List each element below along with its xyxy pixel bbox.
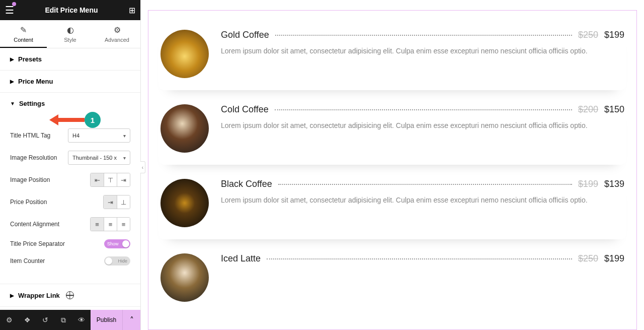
- counter-toggle[interactable]: Hide: [104, 256, 130, 266]
- caret-right-icon: ▶: [10, 56, 14, 62]
- panel-tabs: ✎ Content ◐ Style ⚙ Advanced: [0, 20, 140, 48]
- section-label: Price Menu: [18, 78, 53, 85]
- menu-item: Cold Coffee $200 $150 Lorem ipsum dolor …: [158, 100, 626, 165]
- item-image: [160, 30, 209, 78]
- section-presets[interactable]: ▶ Presets: [0, 48, 140, 71]
- item-description: Lorem ipsum dolor sit amet, consectetur …: [221, 45, 603, 56]
- settings-icon[interactable]: ⚙: [0, 316, 18, 324]
- menu-icon[interactable]: ☰: [5, 4, 14, 16]
- publish-options-button[interactable]: ˄: [122, 310, 140, 330]
- tab-label: Content: [14, 37, 33, 43]
- dotted-separator: [275, 35, 572, 36]
- preview-canvas: Gold Coffee $250 $199 Lorem ipsum dolor …: [141, 0, 644, 330]
- publish-button[interactable]: Publish: [91, 310, 122, 330]
- tab-label: Advanced: [105, 37, 129, 43]
- new-price: $199: [604, 253, 624, 264]
- old-price: $199: [578, 179, 598, 189]
- bottom-bar: ⚙ ❖ ↺ ⧉ 👁 Publish ˄: [0, 310, 140, 330]
- tab-label: Style: [64, 37, 76, 43]
- dotted-separator: [267, 258, 572, 259]
- responsive-icon[interactable]: ⧉: [54, 316, 72, 324]
- caret-right-icon: ▶: [10, 79, 14, 84]
- title-tag-select[interactable]: H4 ▾: [68, 128, 130, 143]
- menu-item: Black Coffee $199 $139 Lorem ipsum dolor…: [158, 175, 626, 239]
- select-value: Thumbnail - 150 x: [72, 155, 117, 161]
- item-title: Gold Coffee: [221, 30, 269, 40]
- new-price: $199: [604, 30, 624, 40]
- sidebar-header: ☰ Edit Price Menu ⊞: [0, 0, 140, 20]
- item-image: [160, 179, 209, 227]
- collapse-sidebar-button[interactable]: ‹: [140, 161, 145, 173]
- old-price: $200: [578, 104, 598, 115]
- select-value: H4: [72, 133, 79, 139]
- price-menu-widget[interactable]: Gold Coffee $250 $199 Lorem ipsum dolor …: [148, 10, 637, 330]
- separator-label: Title Price Separator: [10, 240, 65, 247]
- price-pos-label: Price Position: [10, 199, 47, 206]
- old-price: $250: [578, 30, 598, 40]
- chevron-down-icon: ▾: [123, 155, 126, 161]
- dotted-separator: [278, 184, 572, 185]
- text-right-button[interactable]: ≡: [117, 218, 130, 231]
- item-description: Lorem ipsum dolor sit amet, consectetur …: [221, 194, 603, 206]
- dotted-separator: [275, 109, 572, 110]
- item-image: [160, 104, 209, 153]
- preview-icon[interactable]: 👁: [72, 316, 91, 324]
- item-title: Cold Coffee: [221, 104, 269, 115]
- section-wrapper-link[interactable]: ▶ Wrapper Link: [0, 284, 140, 307]
- globe-icon: [66, 291, 74, 299]
- toggle-state: Hide: [118, 258, 127, 263]
- section-price-menu[interactable]: ▶ Price Menu: [0, 71, 140, 93]
- item-title: Black Coffee: [221, 179, 272, 189]
- align-bottom-button[interactable]: ⊥: [117, 195, 130, 209]
- text-left-button[interactable]: ≡: [91, 218, 104, 231]
- image-pos-group: ⇤ ⊤ ⇥: [90, 173, 130, 187]
- toggle-state: Show: [107, 241, 119, 246]
- chevron-down-icon: ▾: [123, 133, 126, 139]
- align-right-button[interactable]: ⇥: [117, 173, 130, 186]
- item-description: Lorem ipsum dolor sit amet, consectetur …: [221, 120, 603, 131]
- image-res-select[interactable]: Thumbnail - 150 x ▾: [68, 151, 130, 165]
- chevron-up-icon: ˄: [130, 315, 134, 325]
- section-settings[interactable]: ▼ Settings: [0, 93, 140, 114]
- content-align-group: ≡ ≡ ≡: [90, 217, 130, 231]
- panel-title: Edit Price Menu: [45, 6, 98, 14]
- editor-sidebar: ☰ Edit Price Menu ⊞ ✎ Content ◐ Style ⚙ …: [0, 0, 141, 330]
- history-icon[interactable]: ↺: [36, 316, 54, 324]
- separator-toggle[interactable]: Show: [104, 239, 130, 248]
- counter-label: Item Counter: [10, 257, 45, 265]
- section-label: Presets: [18, 55, 42, 63]
- item-image: [160, 253, 209, 302]
- item-title: Iced Latte: [221, 253, 261, 264]
- chevron-left-icon: ‹: [142, 165, 143, 170]
- old-price: $250: [578, 253, 598, 264]
- price-pos-group: ⇥ ⊥: [103, 195, 130, 209]
- pencil-icon: ✎: [0, 25, 47, 35]
- tab-content[interactable]: ✎ Content: [0, 20, 47, 48]
- title-tag-label: Title HTML Tag: [10, 132, 50, 139]
- navigator-icon[interactable]: ❖: [18, 316, 36, 324]
- align-left-button[interactable]: ⇤: [91, 173, 104, 186]
- content-align-label: Content Alignment: [10, 221, 59, 228]
- caret-down-icon: ▼: [10, 101, 15, 106]
- menu-item: Gold Coffee $250 $199 Lorem ipsum dolor …: [158, 26, 626, 90]
- settings-body: Title HTML Tag H4 ▾ Image Resolution Thu…: [0, 114, 140, 284]
- image-res-label: Image Resolution: [10, 154, 57, 161]
- tab-advanced[interactable]: ⚙ Advanced: [94, 20, 140, 48]
- section-label: Settings: [19, 100, 45, 107]
- image-pos-label: Image Position: [10, 176, 50, 183]
- align-top-button[interactable]: ⊤: [104, 173, 117, 186]
- new-price: $150: [604, 104, 624, 115]
- contrast-icon: ◐: [47, 25, 94, 35]
- publish-label: Publish: [97, 316, 116, 323]
- menu-item: Iced Latte $250 $199: [158, 249, 626, 302]
- section-label: Wrapper Link: [18, 292, 60, 299]
- tab-style[interactable]: ◐ Style: [47, 20, 94, 48]
- caret-right-icon: ▶: [10, 293, 14, 298]
- apps-icon[interactable]: ⊞: [129, 6, 135, 15]
- align-right-button[interactable]: ⇥: [104, 195, 117, 209]
- new-price: $139: [604, 179, 624, 189]
- gear-icon: ⚙: [94, 25, 140, 35]
- text-center-button[interactable]: ≡: [104, 218, 117, 231]
